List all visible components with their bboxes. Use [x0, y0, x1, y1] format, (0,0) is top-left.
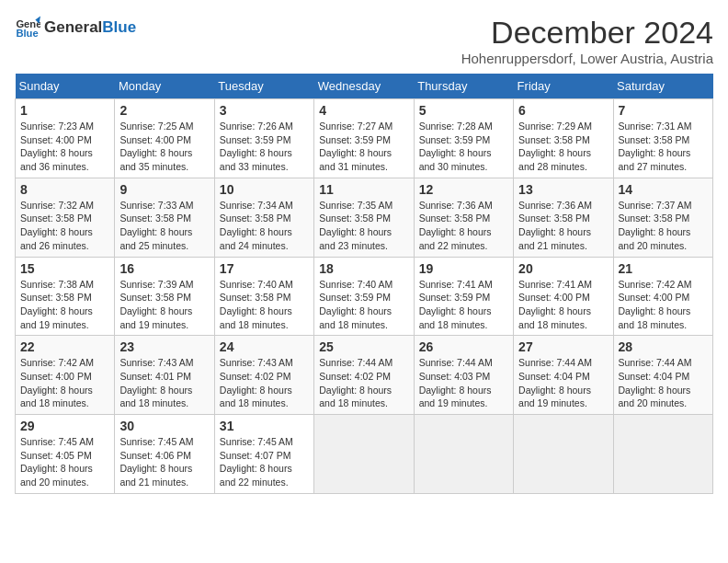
day-number: 13 [518, 182, 608, 197]
calendar-cell: 11Sunrise: 7:35 AMSunset: 3:58 PMDayligh… [314, 178, 414, 257]
day-info: Sunrise: 7:44 AMSunset: 4:04 PMDaylight:… [619, 356, 708, 410]
location-subtitle: Hohenruppersdorf, Lower Austria, Austria [461, 51, 713, 66]
day-number: 1 [20, 103, 109, 118]
calendar-cell: 14Sunrise: 7:37 AMSunset: 3:58 PMDayligh… [613, 178, 712, 257]
day-info: Sunrise: 7:34 AMSunset: 3:58 PMDaylight:… [220, 199, 309, 253]
day-info: Sunrise: 7:42 AMSunset: 4:00 PMDaylight:… [20, 356, 109, 410]
calendar-cell: 13Sunrise: 7:36 AMSunset: 3:58 PMDayligh… [514, 178, 613, 257]
calendar-cell: 12Sunrise: 7:36 AMSunset: 3:58 PMDayligh… [414, 178, 513, 257]
day-info: Sunrise: 7:44 AMSunset: 4:03 PMDaylight:… [419, 356, 508, 410]
calendar-cell: 16Sunrise: 7:39 AMSunset: 3:58 PMDayligh… [115, 257, 214, 336]
day-info: Sunrise: 7:23 AMSunset: 4:00 PMDaylight:… [20, 120, 109, 174]
day-number: 26 [419, 339, 508, 354]
day-number: 23 [119, 339, 209, 354]
logo: General Blue GeneralBlue [15, 15, 136, 40]
day-info: Sunrise: 7:36 AMSunset: 3:58 PMDaylight:… [419, 199, 508, 253]
day-number: 15 [20, 261, 109, 276]
day-info: Sunrise: 7:44 AMSunset: 4:04 PMDaylight:… [518, 356, 608, 410]
calendar-cell: 9Sunrise: 7:33 AMSunset: 3:58 PMDaylight… [115, 178, 214, 257]
calendar-cell [514, 415, 613, 494]
calendar-cell: 28Sunrise: 7:44 AMSunset: 4:04 PMDayligh… [613, 336, 712, 415]
day-number: 2 [119, 103, 209, 118]
day-info: Sunrise: 7:26 AMSunset: 3:59 PMDaylight:… [220, 120, 309, 174]
day-number: 3 [220, 103, 309, 118]
day-number: 20 [518, 261, 608, 276]
calendar-cell [613, 415, 712, 494]
day-info: Sunrise: 7:41 AMSunset: 4:00 PMDaylight:… [518, 278, 608, 332]
day-number: 25 [319, 339, 408, 354]
title-area: December 2024 Hohenruppersdorf, Lower Au… [461, 15, 713, 66]
calendar-cell: 26Sunrise: 7:44 AMSunset: 4:03 PMDayligh… [414, 336, 513, 415]
day-number: 22 [20, 339, 109, 354]
calendar-cell: 10Sunrise: 7:34 AMSunset: 3:58 PMDayligh… [214, 178, 313, 257]
day-header-tuesday: Tuesday [214, 74, 313, 99]
logo-icon: General Blue [15, 15, 40, 40]
calendar-cell: 22Sunrise: 7:42 AMSunset: 4:00 PMDayligh… [16, 336, 115, 415]
day-number: 31 [220, 419, 309, 433]
day-info: Sunrise: 7:43 AMSunset: 4:01 PMDaylight:… [119, 356, 209, 410]
calendar-cell: 7Sunrise: 7:31 AMSunset: 3:58 PMDaylight… [613, 99, 712, 178]
day-number: 5 [419, 103, 508, 118]
day-number: 12 [419, 182, 508, 197]
calendar-cell [414, 415, 513, 494]
calendar-cell: 27Sunrise: 7:44 AMSunset: 4:04 PMDayligh… [514, 336, 613, 415]
day-number: 29 [20, 419, 109, 433]
day-header-thursday: Thursday [414, 74, 513, 99]
day-info: Sunrise: 7:44 AMSunset: 4:02 PMDaylight:… [319, 356, 408, 410]
calendar-cell: 3Sunrise: 7:26 AMSunset: 3:59 PMDaylight… [214, 99, 313, 178]
day-number: 9 [119, 182, 209, 197]
day-header-monday: Monday [115, 74, 214, 99]
day-header-wednesday: Wednesday [314, 74, 414, 99]
calendar-cell: 21Sunrise: 7:42 AMSunset: 4:00 PMDayligh… [613, 257, 712, 336]
day-info: Sunrise: 7:41 AMSunset: 3:59 PMDaylight:… [419, 278, 508, 332]
day-info: Sunrise: 7:42 AMSunset: 4:00 PMDaylight:… [619, 278, 708, 332]
day-info: Sunrise: 7:45 AMSunset: 4:07 PMDaylight:… [220, 435, 309, 489]
calendar-table: SundayMondayTuesdayWednesdayThursdayFrid… [15, 74, 713, 494]
calendar-cell: 31Sunrise: 7:45 AMSunset: 4:07 PMDayligh… [214, 415, 313, 494]
calendar-cell: 23Sunrise: 7:43 AMSunset: 4:01 PMDayligh… [115, 336, 214, 415]
calendar-cell: 8Sunrise: 7:32 AMSunset: 3:58 PMDaylight… [16, 178, 115, 257]
day-info: Sunrise: 7:43 AMSunset: 4:02 PMDaylight:… [220, 356, 309, 410]
calendar-cell: 20Sunrise: 7:41 AMSunset: 4:00 PMDayligh… [514, 257, 613, 336]
day-header-friday: Friday [514, 74, 613, 99]
day-number: 17 [220, 261, 309, 276]
day-info: Sunrise: 7:38 AMSunset: 3:58 PMDaylight:… [20, 278, 109, 332]
day-info: Sunrise: 7:35 AMSunset: 3:58 PMDaylight:… [319, 199, 408, 253]
day-header-sunday: Sunday [16, 74, 115, 99]
svg-text:Blue: Blue [16, 28, 38, 39]
calendar-cell: 15Sunrise: 7:38 AMSunset: 3:58 PMDayligh… [16, 257, 115, 336]
day-number: 8 [20, 182, 109, 197]
day-info: Sunrise: 7:28 AMSunset: 3:59 PMDaylight:… [419, 120, 508, 174]
day-number: 18 [319, 261, 408, 276]
day-info: Sunrise: 7:27 AMSunset: 3:59 PMDaylight:… [319, 120, 408, 174]
calendar-cell: 6Sunrise: 7:29 AMSunset: 3:58 PMDaylight… [514, 99, 613, 178]
day-info: Sunrise: 7:33 AMSunset: 3:58 PMDaylight:… [119, 199, 209, 253]
calendar-cell: 30Sunrise: 7:45 AMSunset: 4:06 PMDayligh… [115, 415, 214, 494]
calendar-week-row: 8Sunrise: 7:32 AMSunset: 3:58 PMDaylight… [16, 178, 713, 257]
calendar-cell: 29Sunrise: 7:45 AMSunset: 4:05 PMDayligh… [16, 415, 115, 494]
calendar-week-row: 29Sunrise: 7:45 AMSunset: 4:05 PMDayligh… [16, 415, 713, 494]
day-number: 4 [319, 103, 408, 118]
calendar-cell: 25Sunrise: 7:44 AMSunset: 4:02 PMDayligh… [314, 336, 414, 415]
calendar-week-row: 1Sunrise: 7:23 AMSunset: 4:00 PMDaylight… [16, 99, 713, 178]
calendar-cell: 4Sunrise: 7:27 AMSunset: 3:59 PMDaylight… [314, 99, 414, 178]
day-info: Sunrise: 7:39 AMSunset: 3:58 PMDaylight:… [119, 278, 209, 332]
day-info: Sunrise: 7:25 AMSunset: 4:00 PMDaylight:… [119, 120, 209, 174]
calendar-cell: 17Sunrise: 7:40 AMSunset: 3:58 PMDayligh… [214, 257, 313, 336]
day-info: Sunrise: 7:45 AMSunset: 4:06 PMDaylight:… [119, 435, 209, 489]
day-info: Sunrise: 7:29 AMSunset: 3:58 PMDaylight:… [518, 120, 608, 174]
day-number: 6 [518, 103, 608, 118]
calendar-cell: 24Sunrise: 7:43 AMSunset: 4:02 PMDayligh… [214, 336, 313, 415]
page-header: General Blue GeneralBlue December 2024 H… [15, 15, 713, 66]
day-info: Sunrise: 7:31 AMSunset: 3:58 PMDaylight:… [619, 120, 708, 174]
header-row: SundayMondayTuesdayWednesdayThursdayFrid… [16, 74, 713, 99]
calendar-cell: 1Sunrise: 7:23 AMSunset: 4:00 PMDaylight… [16, 99, 115, 178]
calendar-cell: 19Sunrise: 7:41 AMSunset: 3:59 PMDayligh… [414, 257, 513, 336]
calendar-cell: 18Sunrise: 7:40 AMSunset: 3:59 PMDayligh… [314, 257, 414, 336]
month-title: December 2024 [461, 15, 713, 51]
calendar-cell: 2Sunrise: 7:25 AMSunset: 4:00 PMDaylight… [115, 99, 214, 178]
day-info: Sunrise: 7:36 AMSunset: 3:58 PMDaylight:… [518, 199, 608, 253]
day-number: 16 [119, 261, 209, 276]
day-info: Sunrise: 7:32 AMSunset: 3:58 PMDaylight:… [20, 199, 109, 253]
day-number: 14 [619, 182, 708, 197]
